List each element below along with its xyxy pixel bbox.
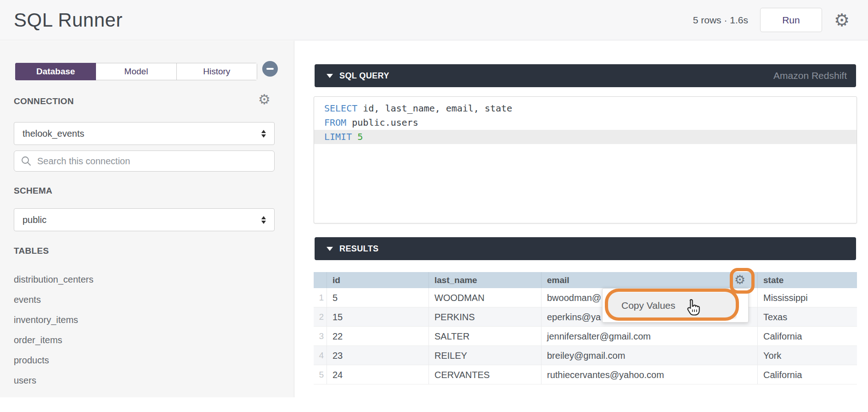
column-header-last-name: last_name xyxy=(428,272,541,288)
hand-cursor-icon xyxy=(684,298,704,318)
column-header-id: id xyxy=(327,272,428,288)
top-bar: SQL Runner 5 rows · 1.6s Run ⚙ xyxy=(0,0,868,40)
results-table: id last_name email state ⚙ 1 5 WOODMAN b… xyxy=(314,272,857,384)
search-input[interactable] xyxy=(37,156,258,167)
cell-id: 24 xyxy=(327,365,428,384)
collapse-sidebar-button[interactable] xyxy=(262,61,278,77)
sql-runner-app: SQL Runner 5 rows · 1.6s Run ⚙ Database … xyxy=(0,0,868,412)
results-panel-header[interactable]: RESULTS xyxy=(315,237,856,260)
schema-select[interactable]: public xyxy=(14,208,275,231)
column-header-email: email xyxy=(541,272,757,288)
settings-gear-icon[interactable]: ⚙ xyxy=(834,11,850,29)
row-number: 4 xyxy=(314,346,327,365)
table-row[interactable]: 3 22 SALTER jennifersalter@gmail.com Cal… xyxy=(314,327,857,346)
cell-last-name: CERVANTES xyxy=(428,365,541,384)
sidebar: Database Model History CONNECTION ⚙ thel… xyxy=(0,41,294,397)
sql-line-2: FROM public.users xyxy=(314,116,857,130)
cell-state: California xyxy=(757,327,857,345)
query-status: 5 rows · 1.6s xyxy=(693,15,748,26)
results-panel-title: RESULTS xyxy=(339,244,378,254)
schema-heading: SCHEMA xyxy=(14,186,52,196)
connection-heading: CONNECTION xyxy=(14,96,74,106)
cell-email: breiley@gmail.com xyxy=(541,346,757,365)
table-row[interactable]: 5 24 CERVANTES ruthiecervantes@yahoo.com… xyxy=(314,365,857,384)
cell-id: 15 xyxy=(327,307,428,326)
cell-state: Mississippi xyxy=(757,288,857,307)
results-gear-icon[interactable]: ⚙ xyxy=(734,273,745,287)
cell-last-name: PERKINS xyxy=(428,307,541,326)
tab-model[interactable]: Model xyxy=(96,63,176,80)
run-button[interactable]: Run xyxy=(760,8,822,32)
sql-query-panel-header[interactable]: SQL QUERY Amazon Redshift xyxy=(315,64,856,87)
row-number: 2 xyxy=(314,307,327,326)
tables-heading: TABLES xyxy=(14,246,49,256)
page-title: SQL Runner xyxy=(14,9,123,31)
connection-select[interactable]: thelook_events xyxy=(14,122,275,145)
cell-email: ruthiecervantes@yahoo.com xyxy=(541,365,757,384)
row-number: 3 xyxy=(314,327,327,345)
cell-last-name: REILEY xyxy=(428,346,541,365)
column-header-state: state xyxy=(757,272,857,288)
cell-last-name: WOODMAN xyxy=(428,288,541,307)
collapse-caret-icon xyxy=(327,74,333,78)
select-stepper-icon xyxy=(261,216,266,224)
row-number: 1 xyxy=(314,288,327,307)
table-item-inventory-items[interactable]: inventory_items xyxy=(14,310,93,330)
sql-query-panel-title: SQL QUERY xyxy=(339,71,389,81)
tab-history[interactable]: History xyxy=(177,63,257,80)
sidebar-tab-group: Database Model History xyxy=(15,63,257,80)
schema-select-value: public xyxy=(23,215,46,225)
menu-item-copy-values[interactable]: Copy Values xyxy=(608,292,737,319)
connection-select-value: thelook_events xyxy=(23,128,85,139)
cell-id: 5 xyxy=(327,288,428,307)
table-item-users[interactable]: users xyxy=(14,370,93,390)
table-row[interactable]: 2 15 PERKINS eperkins@ya Texas xyxy=(314,307,857,327)
cell-id: 22 xyxy=(327,327,428,345)
connection-search[interactable] xyxy=(14,150,275,172)
sql-editor[interactable]: SELECT id, last_name, email, state FROM … xyxy=(314,96,857,223)
tab-database[interactable]: Database xyxy=(15,63,96,80)
results-table-header: id last_name email state ⚙ xyxy=(314,272,857,288)
cell-state: York xyxy=(757,346,857,365)
cell-id: 23 xyxy=(327,346,428,365)
cell-email: jennifersalter@gmail.com xyxy=(541,327,757,345)
table-item-distribution-centers[interactable]: distribution_centers xyxy=(14,269,93,290)
table-item-order-items[interactable]: order_items xyxy=(14,330,93,350)
table-item-events[interactable]: events xyxy=(14,290,93,310)
cell-state: California xyxy=(757,365,857,384)
column-options-menu: Copy Values xyxy=(602,288,749,323)
table-row[interactable]: 4 23 REILEY breiley@gmail.com York xyxy=(314,346,857,365)
collapse-caret-icon xyxy=(327,247,333,251)
table-row[interactable]: 1 5 WOODMAN bwoodman@ Mississippi xyxy=(314,288,857,307)
search-icon xyxy=(21,156,32,167)
select-stepper-icon xyxy=(261,130,266,138)
cell-last-name: SALTER xyxy=(428,327,541,345)
copy-values-label: Copy Values xyxy=(621,300,676,311)
cell-state: Texas xyxy=(757,307,857,326)
table-item-products[interactable]: products xyxy=(14,350,93,370)
sql-line-1: SELECT id, last_name, email, state xyxy=(314,101,857,116)
connection-gear-icon[interactable]: ⚙ xyxy=(258,93,271,106)
tables-list: distribution_centers events inventory_it… xyxy=(14,269,93,390)
row-number-header xyxy=(314,272,327,288)
sql-line-3: LIMIT 5 xyxy=(314,130,857,144)
row-number: 5 xyxy=(314,365,327,384)
minus-icon xyxy=(266,68,274,70)
dialect-label: Amazon Redshift xyxy=(773,70,847,81)
